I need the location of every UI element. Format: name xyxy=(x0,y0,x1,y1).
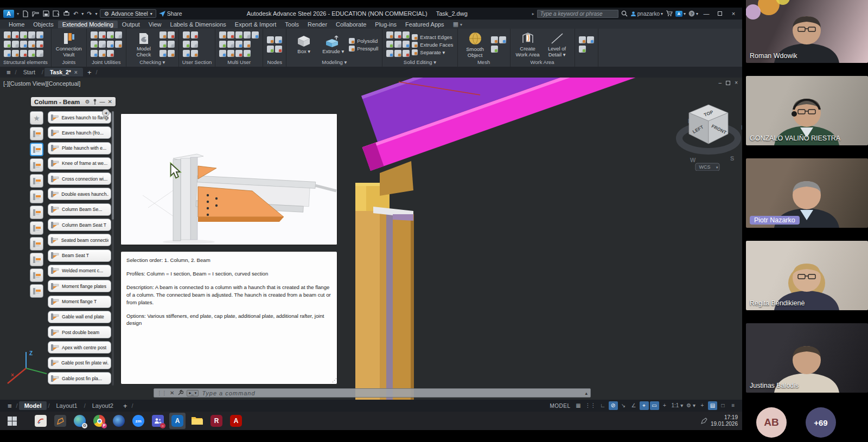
search-expand-icon[interactable]: ▸ xyxy=(532,11,534,16)
ribbon-tool-icon[interactable] xyxy=(183,41,190,48)
new-layout-button[interactable]: + xyxy=(120,402,131,410)
status-toggle-icon[interactable]: ⊘ xyxy=(609,401,618,410)
close-button[interactable]: × xyxy=(728,10,739,17)
taskbar-app-teams-icon[interactable]: – xyxy=(150,413,166,429)
status-toggle-icon[interactable]: 1:1 ▾ xyxy=(671,401,685,410)
app-menu-arrow-icon[interactable]: ▾ xyxy=(17,11,19,16)
ribbon-button-connection-vault[interactable]: Connection Vault xyxy=(55,32,82,57)
vault-item-gable-post-fin-plate-wi[interactable]: Gable post fin plate wi... xyxy=(48,357,111,369)
redo-icon[interactable]: ↷ xyxy=(87,10,92,17)
open-file-icon[interactable] xyxy=(32,10,40,17)
status-toggle-icon[interactable]: □ xyxy=(718,401,727,410)
ribbon-tool-icon[interactable] xyxy=(36,31,43,39)
participant-video-regita-bendikien-[interactable]: Regita Bendikienė xyxy=(746,241,868,310)
ribbon-button-smooth-object[interactable]: Smooth Object xyxy=(462,31,489,58)
ribbon-button-presspull[interactable]: Presspull xyxy=(349,46,378,52)
search-input[interactable] xyxy=(537,10,618,18)
app-logo-icon[interactable]: A xyxy=(3,10,14,18)
ribbon-tool-icon[interactable] xyxy=(20,41,27,48)
viewcube[interactable]: N E W S TOP LEFT FRONT WCS ▾ xyxy=(672,89,742,171)
ribbon-tool-icon[interactable] xyxy=(20,50,27,57)
ribbon-tool-icon[interactable] xyxy=(386,41,393,48)
command-input[interactable]: Type a command xyxy=(202,390,582,396)
taskbar-app-advance-steel-icon[interactable]: A xyxy=(169,413,186,429)
undo-icon[interactable]: ↶ xyxy=(73,10,78,17)
vault-settings-icon[interactable]: ⚙ xyxy=(85,99,90,105)
taskbar-clock[interactable]: 17:1919.01.2026 xyxy=(701,414,738,428)
ribbon-tool-icon[interactable] xyxy=(579,36,586,43)
vault-item-cross-connection-wi[interactable]: Cross connection wi... xyxy=(48,172,111,185)
menu-item-plug-ins[interactable]: Plug-ins xyxy=(371,21,401,28)
share-button[interactable]: Share xyxy=(159,10,182,17)
ribbon-tool-icon[interactable] xyxy=(28,50,35,57)
resize-grip[interactable]: ⋰ xyxy=(332,377,337,383)
vault-item-gable-wall-end-plate[interactable]: Gable wall end plate xyxy=(48,311,111,323)
vault-item-moment-flange-plates[interactable]: Moment flange plates xyxy=(48,280,111,292)
status-toggle-icon[interactable]: ▭ xyxy=(650,401,659,410)
taskbar-app-acrobat-icon[interactable]: A xyxy=(228,413,244,429)
ribbon-tool-icon[interactable] xyxy=(275,36,282,43)
vault-item-column-beam-seat-t[interactable]: Column Beam Seat T xyxy=(48,219,111,231)
vault-item-seated-beam-connection[interactable]: Seated beam connection xyxy=(48,234,111,246)
taskbar-app-chat-icon[interactable] xyxy=(52,413,68,429)
ribbon-tool-icon[interactable] xyxy=(579,46,586,53)
ribbon-tool-icon[interactable] xyxy=(275,46,282,53)
vault-item-column-beam-se[interactable]: Column Beam Se... xyxy=(48,203,111,216)
layout-tab-model[interactable]: Model xyxy=(19,401,47,410)
ribbon-tool-icon[interactable] xyxy=(159,50,167,57)
help-menu[interactable]: ? ▾ xyxy=(688,10,698,17)
ribbon-tool-icon[interactable] xyxy=(191,50,198,57)
ribbon-button-create-work-area[interactable]: Create Work Area xyxy=(514,32,541,57)
ribbon-tool-icon[interactable] xyxy=(403,41,410,48)
command-line[interactable]: ⋮⋮ ✕ ▸_ ▾ Type a command ▴ xyxy=(154,388,591,398)
status-toggle-icon[interactable]: ∟ xyxy=(598,401,608,410)
ribbon-tool-icon[interactable] xyxy=(191,31,198,39)
ribbon-tool-icon[interactable] xyxy=(219,50,226,57)
restore-button[interactable] xyxy=(714,10,725,17)
status-toggle-icon[interactable]: ▦ xyxy=(574,401,583,410)
account-menu[interactable]: pnazarko ▾ xyxy=(630,11,663,17)
viewcube-south[interactable]: S xyxy=(730,155,734,162)
taskbar-app-zoom-icon[interactable]: zm xyxy=(130,413,146,429)
vault-category-splice-icon[interactable] xyxy=(30,206,43,219)
vault-item-double-eaves-haunch[interactable]: Double eaves haunch... xyxy=(48,188,111,200)
ribbon-tool-icon[interactable] xyxy=(28,31,35,39)
ribbon-tool-icon[interactable] xyxy=(386,50,393,57)
taskbar-app-whiteboard-icon[interactable] xyxy=(33,413,49,429)
drawing-minimize-icon[interactable]: ‒ xyxy=(719,80,722,86)
ribbon-tool-icon[interactable] xyxy=(244,41,251,48)
model-viewport[interactable]: [-][Custom View][Conceptual] ‒ × Column … xyxy=(0,78,742,400)
layout-tab-layout1[interactable]: Layout1 xyxy=(51,401,83,410)
model-space-label[interactable]: MODEL xyxy=(550,403,570,409)
taskbar-app-r-app-icon[interactable]: R xyxy=(208,413,225,429)
command-recent-button[interactable]: ▸_ ▾ xyxy=(187,390,199,396)
ribbon-tool-icon[interactable] xyxy=(99,41,106,48)
taskbar-app-edge-browser-icon[interactable]: G xyxy=(72,413,88,429)
command-expand-icon[interactable]: ▴ xyxy=(585,390,588,396)
ribbon-button-extrude[interactable]: Extrude ▾ xyxy=(320,35,347,54)
menu-item-extended-modeling[interactable]: Extended Modeling xyxy=(58,21,118,28)
ribbon-tool-icon[interactable] xyxy=(244,50,251,57)
menu-item-view[interactable]: View xyxy=(144,21,166,28)
ribbon-tool-icon[interactable] xyxy=(4,50,11,57)
vault-category-platework-icon[interactable] xyxy=(30,174,43,188)
ribbon-tool-icon[interactable] xyxy=(403,31,410,39)
workspace-switcher[interactable]: ⚙ Advance Steel ▾ xyxy=(100,9,156,18)
taskbar-app-browser-icon[interactable] xyxy=(111,413,127,429)
menu-item-tools[interactable]: Tools xyxy=(280,21,303,28)
ribbon-button-model-check[interactable]: Model Check xyxy=(130,32,157,57)
vault-category-poly-connection-icon[interactable] xyxy=(30,268,43,282)
ribbon-tool-icon[interactable] xyxy=(191,41,198,48)
vault-category-base-plate-icon[interactable] xyxy=(30,127,43,140)
ribbon-tool-icon[interactable] xyxy=(491,36,498,43)
save-icon[interactable] xyxy=(43,10,49,17)
ribbon-tool-icon[interactable] xyxy=(107,41,114,48)
file-tab-start[interactable]: Start xyxy=(18,68,41,76)
ribbon-tool-icon[interactable] xyxy=(115,41,122,48)
menu-item-collaborate[interactable]: Collaborate xyxy=(331,21,371,28)
layout-menu-icon[interactable]: ≡ xyxy=(4,402,15,410)
ribbon-tool-icon[interactable] xyxy=(403,50,410,57)
undo-arrow-icon[interactable]: ▾ xyxy=(81,11,84,16)
command-close-icon[interactable]: ✕ xyxy=(170,390,174,396)
ribbon-tool-icon[interactable] xyxy=(227,41,234,48)
